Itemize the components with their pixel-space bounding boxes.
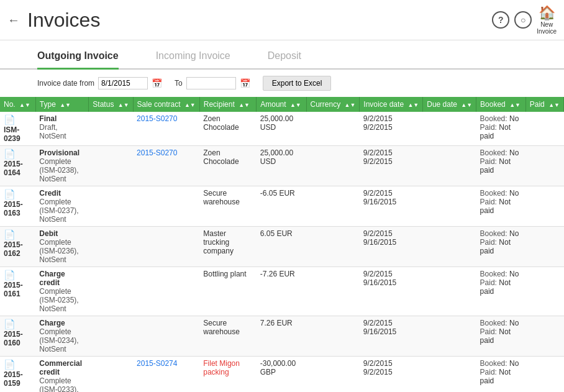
recipient: Filet Migon packing — [199, 357, 256, 393]
invoice-type: Charge creditComplete (ISM-0235), NotSen… — [35, 267, 89, 316]
table-header-row: No. ▲▼ Type ▲▼ Status ▲▼ Sale contract ▲… — [0, 97, 564, 112]
booked: Booked: NoPaid: Not paid — [476, 146, 526, 186]
paid — [525, 267, 563, 316]
invoice-status — [89, 227, 133, 267]
invoice-status — [89, 316, 133, 357]
invoice-icon: 📄 — [4, 114, 32, 125]
tab-deposit[interactable]: Deposit — [268, 50, 301, 68]
booked: Booked: NoPaid: Not paid — [476, 267, 526, 316]
invoice-date: 9/2/20159/16/2015 — [360, 227, 423, 267]
settings-icon[interactable]: ○ — [514, 11, 532, 29]
paid — [525, 146, 563, 186]
paid — [525, 316, 563, 357]
page-title: Invoices — [27, 9, 492, 32]
page-header: ← Invoices ? ○ 🏠 NewInvoice — [0, 0, 564, 40]
help-icon[interactable]: ? — [492, 11, 509, 29]
booked: Booked: NoPaid: Not paid — [476, 357, 526, 393]
due-date — [423, 357, 476, 393]
due-date — [423, 112, 476, 146]
col-status[interactable]: Status ▲▼ — [89, 97, 133, 112]
due-date — [423, 186, 476, 227]
sale-contract — [133, 267, 199, 316]
recipient: Secure warehouse — [199, 186, 256, 227]
invoice-icon: 📄 — [4, 148, 32, 160]
recipient: Master trucking company — [199, 227, 256, 267]
amount: -7.26 EUR — [257, 267, 306, 316]
invoice-type: CreditComplete (ISM-0237), NotSent — [35, 186, 89, 227]
invoice-number[interactable]: ISM-0239 — [4, 125, 32, 143]
currency — [306, 316, 360, 357]
new-invoice-button[interactable]: 🏠 NewInvoice — [537, 5, 557, 35]
invoices-table: No. ▲▼ Type ▲▼ Status ▲▼ Sale contract ▲… — [0, 97, 564, 392]
tab-incoming-invoice[interactable]: Incoming Invoice — [156, 50, 230, 68]
col-no[interactable]: No. ▲▼ — [0, 97, 35, 112]
invoice-type: DebitComplete (ISM-0236), NotSent — [35, 227, 89, 267]
col-sale-contract[interactable]: Sale contract ▲▼ — [133, 97, 199, 112]
sale-contract[interactable]: 2015-S0270 — [133, 146, 199, 186]
invoice-number[interactable]: 2015-0161 — [4, 281, 32, 298]
invoice-icon: 📄 — [4, 359, 32, 370]
booked: Booked: NoPaid: Not paid — [476, 227, 526, 267]
col-currency[interactable]: Currency ▲▼ — [306, 97, 360, 112]
col-amount[interactable]: Amount ▲▼ — [257, 97, 306, 112]
header-icons: ? ○ 🏠 NewInvoice — [492, 5, 557, 35]
invoice-type: ChargeComplete (ISM-0234), NotSent — [35, 316, 89, 357]
date-to-label: To — [175, 79, 183, 88]
amount: -6.05 EUR — [257, 186, 306, 227]
due-date — [423, 227, 476, 267]
invoice-number[interactable]: 2015-0159 — [4, 370, 32, 388]
booked: Booked: NoPaid: Not paid — [476, 112, 526, 146]
recipient: Zoen Chocolade — [199, 112, 256, 146]
col-type[interactable]: Type ▲▼ — [35, 97, 89, 112]
currency — [306, 267, 360, 316]
table-row: 📄ISM-0239FinalDraft, NotSent2015-S0270Zo… — [0, 112, 564, 146]
invoice-number[interactable]: 2015-0164 — [4, 160, 32, 177]
recipient: Zoen Chocolade — [199, 146, 256, 186]
export-button[interactable]: Export to Excel — [263, 76, 332, 91]
col-booked[interactable]: Booked ▲▼ — [476, 97, 526, 112]
sale-contract-link[interactable]: 2015-S0274 — [137, 359, 177, 368]
amount: 7.26 EUR — [257, 316, 306, 357]
currency — [306, 112, 360, 146]
col-paid[interactable]: Paid ▲▼ — [525, 97, 563, 112]
house-icon: 🏠 — [539, 5, 555, 21]
invoice-number[interactable]: 2015-0160 — [4, 330, 32, 347]
invoice-icon: 📄 — [4, 270, 32, 281]
invoice-date: 9/2/20159/2/2015 — [360, 357, 423, 393]
filter-bar: Invoice date from 📅 To 📅 Export to Excel — [0, 70, 564, 97]
paid — [525, 357, 563, 393]
col-invoice-date[interactable]: Invoice date ▲▼ — [360, 97, 423, 112]
tab-outgoing-invoice[interactable]: Outgoing Invoice — [37, 50, 119, 70]
recipient: Secure warehouse — [199, 316, 256, 357]
invoice-status — [89, 357, 133, 393]
recipient-name: Filet Migon packing — [203, 359, 240, 376]
invoice-status — [89, 186, 133, 227]
col-due-date[interactable]: Due date ▲▼ — [423, 97, 476, 112]
date-from-label: Invoice date from — [37, 79, 94, 88]
back-button[interactable]: ← — [7, 13, 20, 27]
date-to-input[interactable] — [186, 77, 236, 89]
invoice-status — [89, 146, 133, 186]
date-from-input[interactable] — [98, 77, 148, 89]
invoice-type: Commercial creditComplete (ISM-0233), No… — [35, 357, 89, 393]
invoice-date: 9/2/20159/2/2015 — [360, 112, 423, 146]
paid — [525, 186, 563, 227]
invoice-number[interactable]: 2015-0162 — [4, 240, 32, 258]
invoices-table-container: No. ▲▼ Type ▲▼ Status ▲▼ Sale contract ▲… — [0, 97, 564, 392]
invoice-status — [89, 267, 133, 316]
sale-contract-link[interactable]: 2015-S0270 — [137, 148, 177, 157]
invoice-date: 9/2/20159/16/2015 — [360, 267, 423, 316]
sale-contract[interactable]: 2015-S0274 — [133, 357, 199, 393]
due-date — [423, 146, 476, 186]
sale-contract[interactable]: 2015-S0270 — [133, 112, 199, 146]
invoice-date: 9/2/20159/16/2015 — [360, 316, 423, 357]
invoice-type: ProvisionalComplete (ISM-0238), NotSent — [35, 146, 89, 186]
calendar-icon-from[interactable]: 📅 — [152, 78, 162, 88]
sale-contract-link[interactable]: 2015-S0270 — [137, 114, 177, 123]
col-recipient[interactable]: Recipient ▲▼ — [199, 97, 256, 112]
invoice-number[interactable]: 2015-0163 — [4, 200, 32, 217]
invoice-icon: 📄 — [4, 229, 32, 240]
table-row: 📄2015-0159Commercial creditComplete (ISM… — [0, 357, 564, 393]
calendar-icon-to[interactable]: 📅 — [240, 78, 250, 88]
table-row: 📄2015-0161Charge creditComplete (ISM-023… — [0, 267, 564, 316]
